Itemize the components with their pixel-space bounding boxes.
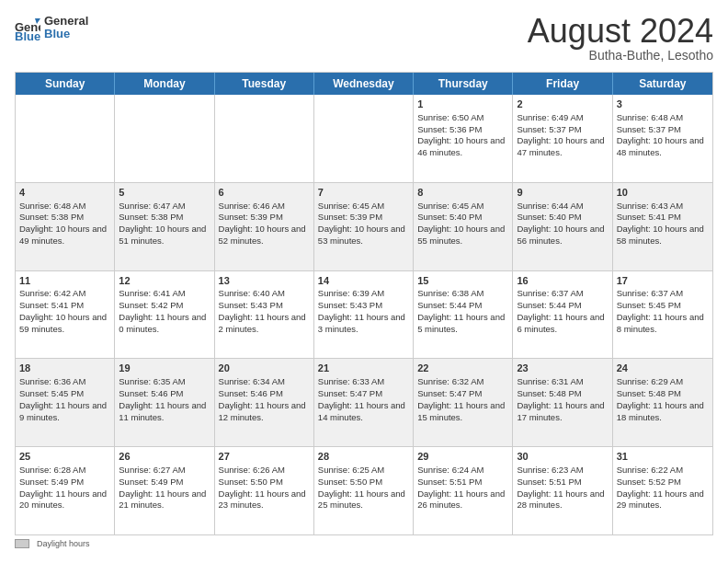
day-info: Sunrise: 6:26 AM (219, 465, 310, 477)
cal-cell-2-2: 13Sunrise: 6:40 AMSunset: 5:43 PMDayligh… (215, 271, 314, 359)
header-day-monday: Monday (115, 73, 214, 95)
footer: Daylight hours (15, 539, 713, 548)
day-number: 14 (318, 274, 409, 288)
day-info: Sunrise: 6:45 AM (318, 201, 409, 213)
cal-cell-3-4: 22Sunrise: 6:32 AMSunset: 5:47 PMDayligh… (414, 359, 513, 446)
day-info: Sunset: 5:50 PM (219, 477, 310, 488)
cal-cell-0-6: 3Sunrise: 6:48 AMSunset: 5:37 PMDaylight… (613, 95, 712, 182)
day-info: Sunrise: 6:48 AM (617, 112, 709, 124)
day-number: 25 (19, 450, 110, 464)
day-info: Sunrise: 6:28 AM (19, 465, 110, 477)
cal-cell-2-1: 12Sunrise: 6:41 AMSunset: 5:42 PMDayligh… (115, 271, 214, 359)
title-block: August 2024 Butha-Buthe, Lesotho (528, 15, 713, 63)
day-info: Daylight: 11 hours and 5 minutes. (417, 312, 508, 336)
calendar-row-4: 25Sunrise: 6:28 AMSunset: 5:49 PMDayligh… (16, 446, 712, 534)
day-info: Sunrise: 6:50 AM (417, 112, 508, 124)
cal-cell-4-5: 30Sunrise: 6:23 AMSunset: 5:51 PMDayligh… (513, 447, 612, 534)
day-number: 10 (617, 186, 709, 200)
day-info: Sunrise: 6:41 AM (119, 288, 210, 300)
day-info: Sunset: 5:38 PM (19, 212, 110, 224)
cal-cell-3-2: 20Sunrise: 6:34 AMSunset: 5:46 PMDayligh… (215, 359, 314, 446)
day-info: Daylight: 11 hours and 17 minutes. (517, 400, 608, 424)
page: General Blue General Blue August 2024 Bu… (0, 0, 728, 563)
day-info: Sunset: 5:51 PM (417, 477, 508, 488)
cal-cell-3-0: 18Sunrise: 6:36 AMSunset: 5:45 PMDayligh… (16, 359, 115, 446)
day-info: Sunrise: 6:31 AM (517, 376, 608, 388)
calendar-row-2: 11Sunrise: 6:42 AMSunset: 5:41 PMDayligh… (16, 270, 712, 359)
day-info: Daylight: 10 hours and 51 minutes. (119, 224, 210, 247)
location: Butha-Buthe, Lesotho (528, 48, 713, 63)
day-info: Sunset: 5:50 PM (318, 477, 409, 488)
header-day-thursday: Thursday (414, 73, 513, 95)
day-info: Sunset: 5:43 PM (219, 300, 310, 312)
cal-cell-0-2 (215, 95, 314, 182)
day-info: Daylight: 11 hours and 9 minutes. (19, 400, 110, 424)
day-info: Sunrise: 6:37 AM (517, 288, 608, 300)
svg-text:Blue: Blue (15, 29, 40, 40)
daylight-swatch (15, 539, 29, 548)
day-info: Sunrise: 6:29 AM (617, 376, 709, 388)
day-info: Sunset: 5:45 PM (617, 300, 709, 312)
day-number: 1 (417, 98, 508, 111)
day-info: Sunset: 5:37 PM (617, 124, 709, 136)
cal-cell-1-1: 5Sunrise: 6:47 AMSunset: 5:38 PMDaylight… (115, 183, 214, 270)
day-number: 31 (617, 450, 709, 464)
day-info: Sunset: 5:40 PM (417, 212, 508, 224)
cal-cell-3-6: 24Sunrise: 6:29 AMSunset: 5:48 PMDayligh… (613, 359, 712, 446)
day-info: Sunrise: 6:24 AM (417, 465, 508, 477)
day-info: Daylight: 11 hours and 12 minutes. (219, 400, 310, 424)
cal-cell-4-1: 26Sunrise: 6:27 AMSunset: 5:49 PMDayligh… (115, 447, 214, 534)
day-info: Sunset: 5:44 PM (517, 300, 608, 312)
day-info: Sunset: 5:36 PM (417, 124, 508, 136)
day-info: Sunrise: 6:38 AM (417, 288, 508, 300)
day-info: Sunset: 5:39 PM (219, 212, 310, 224)
day-number: 29 (417, 450, 508, 464)
cal-cell-1-2: 6Sunrise: 6:46 AMSunset: 5:39 PMDaylight… (215, 183, 314, 270)
day-number: 15 (417, 274, 508, 288)
header: General Blue General Blue August 2024 Bu… (15, 15, 713, 63)
day-info: Sunset: 5:47 PM (417, 388, 508, 400)
day-info: Sunset: 5:37 PM (517, 124, 608, 136)
day-info: Sunrise: 6:45 AM (417, 201, 508, 213)
cal-cell-1-0: 4Sunrise: 6:48 AMSunset: 5:38 PMDaylight… (16, 183, 115, 270)
cal-cell-2-0: 11Sunrise: 6:42 AMSunset: 5:41 PMDayligh… (16, 271, 115, 359)
cal-cell-1-4: 8Sunrise: 6:45 AMSunset: 5:40 PMDaylight… (414, 183, 513, 270)
day-info: Daylight: 11 hours and 14 minutes. (318, 400, 409, 424)
day-info: Sunrise: 6:33 AM (318, 376, 409, 388)
day-info: Sunrise: 6:42 AM (19, 288, 110, 300)
day-number: 6 (219, 186, 310, 200)
day-info: Sunset: 5:41 PM (19, 300, 110, 312)
day-number: 19 (119, 362, 210, 375)
day-number: 4 (19, 186, 110, 200)
day-info: Daylight: 11 hours and 28 minutes. (517, 488, 608, 512)
day-info: Sunrise: 6:25 AM (318, 465, 409, 477)
day-info: Daylight: 11 hours and 8 minutes. (617, 312, 709, 336)
daylight-label: Daylight hours (37, 539, 90, 548)
cal-cell-0-4: 1Sunrise: 6:50 AMSunset: 5:36 PMDaylight… (414, 95, 513, 182)
day-info: Sunset: 5:41 PM (617, 212, 709, 224)
day-info: Sunrise: 6:39 AM (318, 288, 409, 300)
header-day-sunday: Sunday (16, 73, 115, 95)
day-info: Daylight: 10 hours and 58 minutes. (617, 224, 709, 247)
day-number: 23 (517, 362, 608, 375)
day-info: Daylight: 11 hours and 29 minutes. (617, 488, 709, 512)
day-info: Sunset: 5:49 PM (119, 477, 210, 488)
logo-icon: General Blue (15, 15, 40, 40)
day-info: Sunset: 5:52 PM (617, 477, 709, 488)
day-info: Daylight: 11 hours and 6 minutes. (517, 312, 608, 336)
cal-cell-1-3: 7Sunrise: 6:45 AMSunset: 5:39 PMDaylight… (314, 183, 414, 270)
logo-blue: Blue (44, 28, 88, 40)
day-number: 2 (517, 98, 608, 111)
calendar-header: SundayMondayTuesdayWednesdayThursdayFrid… (16, 73, 712, 95)
day-info: Sunrise: 6:23 AM (517, 465, 608, 477)
day-info: Daylight: 11 hours and 23 minutes. (219, 488, 310, 512)
cal-cell-4-2: 27Sunrise: 6:26 AMSunset: 5:50 PMDayligh… (215, 447, 314, 534)
cal-cell-0-0 (16, 95, 115, 182)
day-info: Sunset: 5:46 PM (219, 388, 310, 400)
cal-cell-0-5: 2Sunrise: 6:49 AMSunset: 5:37 PMDaylight… (513, 95, 612, 182)
day-info: Sunset: 5:47 PM (318, 388, 409, 400)
day-info: Sunrise: 6:36 AM (19, 376, 110, 388)
day-info: Sunrise: 6:46 AM (219, 201, 310, 213)
day-info: Daylight: 11 hours and 26 minutes. (417, 488, 508, 512)
day-number: 20 (219, 362, 310, 375)
